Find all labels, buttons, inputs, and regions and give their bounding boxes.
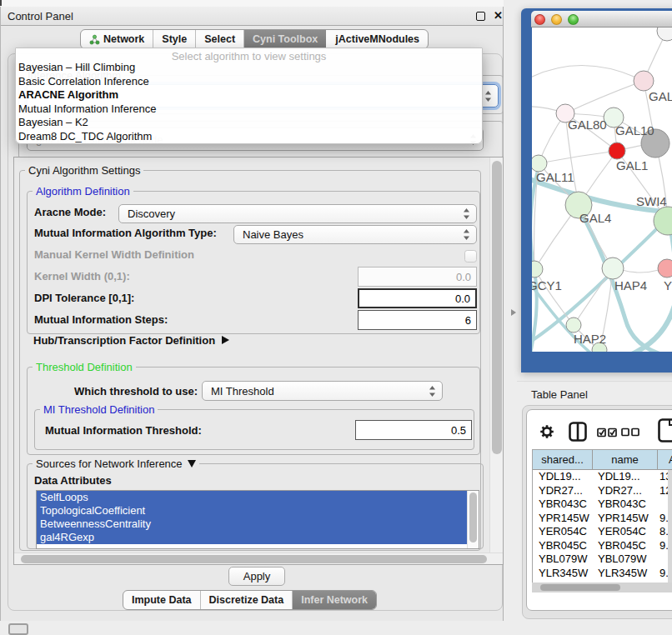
table-row[interactable]: YBR045CYBR045C9. (533, 539, 672, 553)
node-table: shared...nameA YDL19...YDL19...13YDR27..… (532, 449, 672, 585)
mi-steps-label: Mutual Information Steps: (34, 313, 168, 326)
select-columns-icon[interactable] (597, 428, 617, 438)
network-node-gal[interactable] (634, 71, 654, 91)
dropdown-item-bayesian-k2[interactable]: Bayesian – K2 (16, 116, 482, 130)
network-view-window: GALGAL80GAL10GAL1GAL11GAL4SWI4GCY1HAP4YH… (521, 8, 672, 372)
minimize-traffic-light[interactable] (551, 14, 562, 25)
mi-type-label: Mutual Information Algorithm Type: (34, 227, 217, 239)
attribute-item-gal4rgexp[interactable]: gal4RGexp (37, 531, 467, 544)
float-window-icon[interactable] (476, 12, 485, 21)
manual-kernel-checkbox[interactable] (464, 250, 477, 262)
scrollbar-thumb[interactable] (492, 161, 502, 454)
network-node-label: GAL11 (536, 170, 574, 184)
tab-cyni-toolbox[interactable]: Cyni Toolbox (243, 30, 326, 48)
dpi-tolerance-field[interactable]: 0.0 (358, 288, 477, 308)
dropdown-item-aracne-algorithm[interactable]: ARACNE Algorithm (16, 88, 482, 102)
table-row[interactable]: YBR043CYBR043C (533, 498, 672, 512)
tab-infer-network[interactable]: Infer Network (292, 591, 376, 609)
new-table-icon[interactable] (658, 418, 672, 443)
network-node-gcy1[interactable] (532, 261, 543, 278)
data-attributes-label: Data Attributes (34, 474, 112, 487)
tab-discretize-data[interactable]: Discretize Data (200, 591, 293, 609)
table-header: shared...nameA (533, 450, 672, 470)
network-edge[interactable] (628, 302, 672, 352)
aracne-mode-combo[interactable]: Discovery (118, 204, 477, 223)
table-vertical-scrollbar[interactable] (668, 470, 672, 582)
which-threshold-combo[interactable]: MI Threshold (202, 381, 443, 401)
network-node-hap2[interactable] (566, 318, 581, 332)
table-row[interactable]: YLR345WYLR345W9. (533, 567, 672, 581)
network-node-label: Y (664, 278, 672, 292)
corner-widget[interactable] (8, 623, 28, 635)
attribute-item-selfloops[interactable]: SelfLoops (37, 491, 467, 504)
network-node-label: GAL10 (615, 123, 654, 138)
network-edge[interactable] (539, 151, 617, 163)
combo-arrows-icon (463, 229, 470, 240)
control-panel-tabs: NetworkStyleSelectCyni ToolboxjActiveMNo… (80, 29, 429, 49)
settings-horizontal-scrollbar[interactable] (14, 552, 503, 564)
kernel-width-field[interactable]: 0.0 (358, 267, 477, 287)
network-window-titlebar (531, 11, 672, 28)
tab-style[interactable]: Style (153, 30, 195, 48)
mi-threshold-field[interactable]: 0.5 (355, 420, 472, 440)
network-node-gal11[interactable] (532, 155, 547, 172)
network-edge[interactable] (622, 270, 659, 272)
table-row[interactable]: YDL19...YDL19...13 (533, 470, 672, 484)
combo-arrows-icon (463, 208, 470, 219)
table-horizontal-scrollbar[interactable] (532, 582, 672, 592)
tab-network[interactable]: Network (81, 30, 153, 48)
settings-vertical-scrollbar[interactable] (489, 158, 503, 552)
tab-impute-data[interactable]: Impute Data (123, 591, 200, 609)
tab-select[interactable]: Select (195, 30, 243, 48)
attribute-item-betweennesscentrality[interactable]: BetweennessCentrality (37, 518, 467, 531)
column-header-name[interactable]: name (593, 450, 658, 469)
data-attributes-list[interactable]: SelfLoopsTopologicalCoefficientBetweenne… (36, 490, 479, 549)
attribute-item-topologicalcoefficient[interactable]: TopologicalCoefficient (37, 504, 467, 518)
scrollbar-thumb[interactable] (21, 555, 487, 563)
close-window-icon[interactable]: ✕ (494, 9, 503, 22)
network-node-gal1[interactable] (609, 142, 625, 159)
network-edge[interactable] (532, 167, 539, 352)
apply-button[interactable]: Apply (228, 567, 285, 586)
dropdown-placeholder: Select algorithm to view settings (16, 48, 482, 61)
unselect-columns-icon[interactable] (621, 428, 639, 438)
network-node-hap4[interactable] (602, 258, 624, 279)
tab-jactivemnodules[interactable]: jActiveMNodules (326, 30, 428, 48)
column-header-a[interactable]: A (658, 450, 672, 469)
table-row[interactable]: YDR27...YDR27...12 (533, 484, 672, 498)
gear-icon[interactable] (539, 424, 554, 439)
network-canvas[interactable]: GALGAL80GAL10GAL1GAL11GAL4SWI4GCY1HAP4YH… (532, 28, 672, 352)
sources-group-title[interactable]: Sources for Network Inference (33, 458, 199, 470)
table-row[interactable]: YER054CYER054C8. (533, 525, 672, 539)
bottom-tabs: Impute DataDiscretize DataInfer Network (123, 590, 377, 610)
dropdown-item-bayesian-hill-climbing[interactable]: Bayesian – Hill Climbing (16, 61, 482, 75)
table-row[interactable]: YBL079WYBL079W (533, 552, 672, 567)
zoom-traffic-light[interactable] (568, 14, 579, 25)
mi-steps-field[interactable]: 6 (358, 310, 477, 330)
splitter-collapse-icon[interactable] (511, 309, 516, 316)
mi-type-combo[interactable]: Naive Bayes (233, 225, 477, 244)
top-strip (0, 0, 504, 7)
dropdown-item-basic-correlation-inference[interactable]: Basic Correlation Inference (16, 75, 482, 89)
manual-kernel-label: Manual Kernel Width Definition (34, 248, 194, 261)
algorithm-dropdown-popup: Select algorithm to view settings Bayesi… (15, 48, 483, 144)
control-panel-titlebar: Control Panel ✕ (1, 7, 503, 26)
network-node-label: GAL4 (579, 211, 611, 225)
network-node[interactable] (657, 28, 672, 41)
network-edge[interactable] (565, 81, 644, 113)
network-node-label: GAL1 (616, 158, 648, 172)
split-pane-icon[interactable] (569, 422, 587, 442)
hub-definition-expander[interactable]: Hub/Transcription Factor Definition (33, 334, 229, 347)
combo-arrows-icon (429, 386, 436, 397)
network-edge[interactable] (532, 65, 644, 81)
column-header-shared-[interactable]: shared... (533, 450, 593, 469)
table-body: YDL19...YDL19...13YDR27...YDR27...12YBR0… (533, 470, 672, 584)
table-row[interactable]: YPR145WYPR145W9. (533, 512, 672, 526)
scrollbar-thumb[interactable] (469, 492, 477, 542)
close-traffic-light[interactable] (534, 14, 545, 25)
dropdown-item-dream8-dc-tdc-algorithm[interactable]: Dream8 DC_TDC Algorithm (16, 130, 482, 144)
network-node-y[interactable] (658, 259, 672, 278)
list-scrollbar[interactable] (467, 491, 479, 548)
dropdown-item-mutual-information-inference[interactable]: Mutual Information Inference (16, 102, 482, 117)
scrollbar-thumb[interactable] (540, 584, 620, 591)
